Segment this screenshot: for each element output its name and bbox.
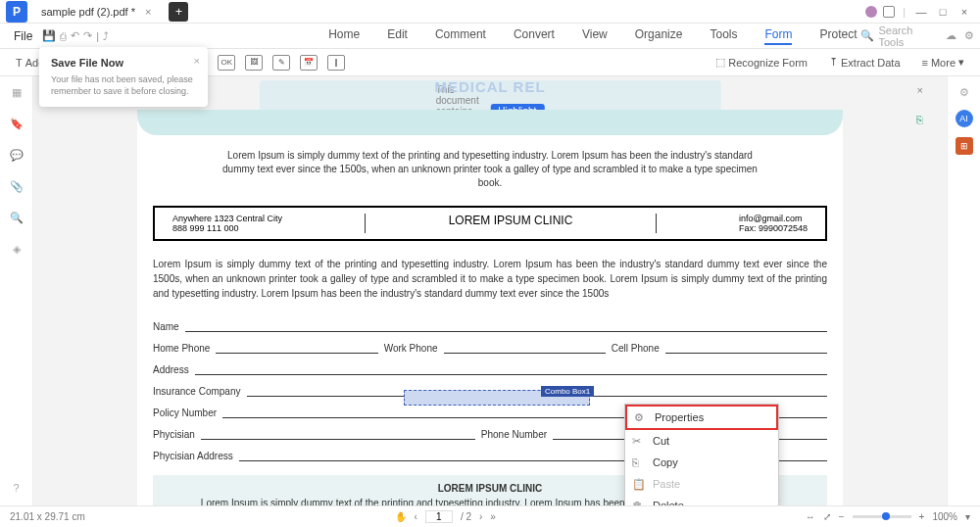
apps-icon[interactable]: ⊞ (956, 137, 973, 155)
menu-convert[interactable]: Convert (514, 27, 555, 45)
left-rail: ▦ 🔖 💬 📎 🔍 ◈ ? (0, 76, 33, 505)
ctx-copy[interactable]: ⎘Copy (625, 452, 778, 473)
statusbar: 21.01 x 29.71 cm ✋ ‹ / 2 › » ↔ ⤢ − + 100… (0, 505, 980, 527)
redo-icon[interactable]: ↷ (83, 27, 92, 45)
menu-form[interactable]: Form (764, 27, 792, 45)
menu-tools[interactable]: Tools (710, 27, 737, 45)
ctx-paste: 📋Paste (625, 473, 778, 495)
paste-icon: 📋 (632, 478, 644, 490)
button-icon[interactable]: OK (218, 55, 235, 71)
physician-field[interactable] (201, 428, 475, 440)
intro-paragraph: Lorem Ipsum is simply dummy text of the … (153, 145, 827, 200)
menubar: File 💾 ⎙ ↶ ↷ | ⤴ Home Edit Comment Conve… (0, 24, 980, 49)
popup-message: Your file has not been saved, please rem… (51, 74, 196, 97)
file-menu[interactable]: File (8, 29, 38, 43)
settings-icon[interactable]: ⚙ (964, 29, 974, 42)
hand-tool-icon[interactable]: ✋ (395, 511, 407, 522)
menu-comment[interactable]: Comment (435, 27, 486, 45)
name-field[interactable] (185, 320, 827, 332)
menu-view[interactable]: View (582, 27, 608, 45)
profile-icon[interactable] (865, 6, 877, 18)
zoom-in-icon[interactable]: + (919, 511, 925, 522)
window-controls: | — □ × (865, 6, 980, 18)
fit-width-icon[interactable]: ↔ (806, 511, 815, 522)
tab-title: sample pdf (2).pdf * (41, 6, 135, 18)
new-tab-button[interactable]: + (169, 2, 188, 22)
more-button[interactable]: ≡More▾ (918, 54, 968, 71)
body-paragraph: Lorem Ipsum is simply dummy text of the … (153, 247, 827, 311)
context-menu: ⚙Properties ✂Cut ⎘Copy 📋Paste 🗑Delete ⬚S… (624, 404, 779, 505)
gear-icon: ⚙ (634, 411, 646, 423)
address-field[interactable] (195, 363, 827, 375)
copy-icon: ⎘ (632, 456, 644, 468)
recognize-form-button[interactable]: ⬚Recognize Form (711, 54, 811, 71)
zoom-slider[interactable] (853, 515, 911, 518)
clinic-info-box: Anywhere 1323 Central City 888 999 111 0… (153, 206, 827, 241)
name-label: Name (153, 321, 179, 332)
help-icon[interactable]: ? (9, 480, 24, 496)
delete-icon: 🗑 (632, 500, 644, 505)
ai-icon[interactable]: AI (956, 110, 973, 127)
ctx-delete[interactable]: 🗑Delete (625, 495, 778, 505)
minimize-icon[interactable]: — (913, 6, 929, 18)
zoom-out-icon[interactable]: − (839, 511, 845, 522)
cell-phone-field[interactable] (665, 342, 827, 354)
work-phone-field[interactable] (444, 342, 606, 354)
share-icon[interactable]: ⤴ (103, 27, 109, 45)
undo-icon[interactable]: ↶ (71, 27, 79, 45)
sliders-icon[interactable]: ⚙ (956, 84, 972, 100)
copy-badge-icon[interactable]: ⎘ (916, 114, 923, 125)
print-icon[interactable]: ⎙ (60, 27, 67, 45)
comment-panel-icon[interactable]: 💬 (9, 147, 24, 163)
popup-title: Save File Now (51, 57, 196, 69)
menu-organize[interactable]: Organize (635, 27, 683, 45)
search-panel-icon[interactable]: 🔍 (9, 210, 24, 225)
right-rail: ⚙ AI ⊞ (947, 76, 980, 505)
titlebar: P sample pdf (2).pdf * × + | — □ × (0, 0, 980, 24)
fit-page-icon[interactable]: ⤢ (823, 511, 831, 522)
close-tab-icon[interactable]: × (141, 6, 155, 18)
theme-icon[interactable] (883, 6, 895, 18)
cut-icon: ✂ (632, 435, 644, 447)
ctx-cut[interactable]: ✂Cut (625, 430, 778, 452)
watermark: MEDICAL REL (434, 78, 545, 95)
menu-home[interactable]: Home (328, 27, 360, 45)
save-file-popup: × Save File Now Your file has not been s… (39, 47, 208, 107)
combo-box-label: Combo Box1 (541, 386, 594, 397)
page-number-input[interactable] (425, 510, 453, 523)
banner-close-icon[interactable]: × (917, 84, 923, 96)
page-total: / 2 (461, 511, 471, 522)
extract-data-button[interactable]: ⤒Extract Data (825, 54, 905, 71)
next-page-icon[interactable]: › (479, 511, 482, 522)
app-icon: P (6, 1, 27, 23)
last-page-icon[interactable]: » (490, 511, 496, 522)
bookmark-icon[interactable]: 🔖 (9, 116, 24, 131)
main-menu: Home Edit Comment Convert View Organize … (328, 27, 857, 45)
home-phone-field[interactable] (216, 342, 377, 354)
prev-page-icon[interactable]: ‹ (415, 511, 417, 522)
image-field-icon[interactable]: 🖼 (245, 55, 263, 71)
document-canvas[interactable]: MEDICAL REL This document contains inter… (33, 76, 947, 505)
signature-icon[interactable]: ✎ (272, 55, 290, 71)
thumbnail-icon[interactable]: ▦ (9, 84, 24, 100)
page-size-label: 21.01 x 29.71 cm (10, 511, 85, 522)
maximize-icon[interactable]: □ (935, 6, 951, 18)
menu-protect[interactable]: Protect (819, 27, 857, 45)
attachment-icon[interactable]: 📎 (9, 178, 24, 194)
save-icon[interactable]: 💾 (42, 27, 56, 45)
document-tab[interactable]: sample pdf (2).pdf * × (33, 4, 163, 20)
zoom-level: 100% (932, 511, 957, 522)
search-tools[interactable]: 🔍 Search Tools (860, 24, 942, 48)
ctx-properties[interactable]: ⚙Properties (625, 405, 778, 430)
layers-icon[interactable]: ◈ (9, 241, 24, 257)
cloud-icon[interactable]: ☁ (946, 29, 956, 42)
search-icon: 🔍 (860, 29, 874, 42)
popup-close-icon[interactable]: × (194, 55, 200, 67)
date-icon[interactable]: 📅 (300, 55, 318, 71)
menu-edit[interactable]: Edit (387, 27, 408, 45)
close-window-icon[interactable]: × (956, 6, 972, 18)
barcode-icon[interactable]: ‖ (327, 55, 345, 71)
